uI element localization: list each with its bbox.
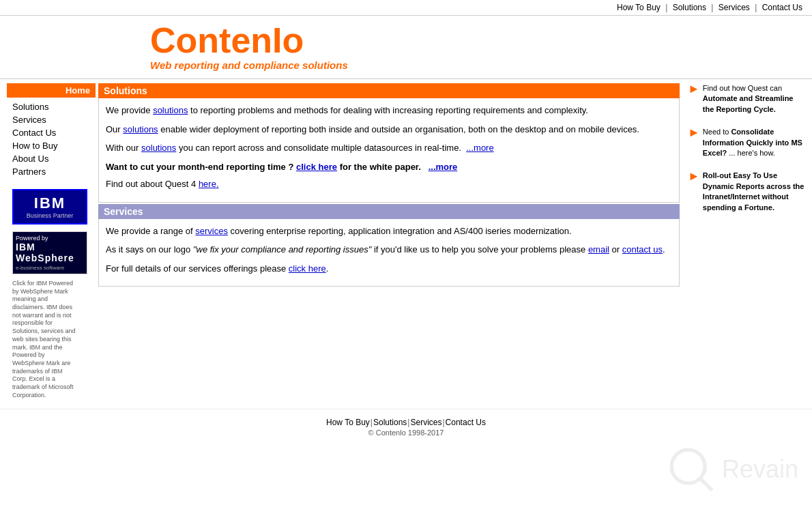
nav-solutions[interactable]: Solutions — [673, 3, 706, 12]
contact-us-link[interactable]: contact us — [622, 244, 663, 255]
right-item-3: ► Roll-out Easy To Use Dynamic Reports a… — [688, 171, 805, 213]
footer-contact-us[interactable]: Contact Us — [446, 418, 486, 427]
solutions-heading: Solutions — [98, 83, 680, 98]
websphere-badge[interactable]: Powered by IBM WebSphere e-business soft… — [12, 231, 87, 274]
ibm-logo-text: IBM — [18, 194, 82, 212]
find-quest-text: Find out about Quest 4 — [106, 179, 196, 189]
right-arrow-icon-2: ► — [688, 126, 700, 140]
footer-copyright: © Contenlo 1998-2017 — [0, 429, 812, 437]
sidebar-item-partners[interactable]: Partners — [7, 165, 96, 178]
email-link[interactable]: email — [588, 244, 609, 255]
services-para2: As it says on our logo "we fix your comp… — [106, 243, 672, 257]
services-click-here-link[interactable]: click here — [289, 263, 326, 274]
solutions-link-2[interactable]: solutions — [123, 124, 158, 134]
main-layout: Home Solutions Services Contact Us How t… — [0, 83, 812, 402]
footer-solutions[interactable]: Solutions — [373, 418, 407, 427]
right-arrow-icon-3: ► — [688, 169, 700, 184]
site-logo: ContenIo — [150, 23, 792, 58]
footer-how-to-buy[interactable]: How To Buy — [326, 418, 370, 427]
services-para3: For full details of our services offerin… — [106, 262, 672, 276]
services-content: We provide a range of services covering … — [98, 219, 680, 287]
solutions-para2: Our solutions enable wider deployment of… — [106, 123, 672, 136]
sidebar-item-solutions[interactable]: Solutions — [7, 100, 96, 113]
sidebar-item-contact-us[interactable]: Contact Us — [7, 126, 96, 139]
sidebar-item-services[interactable]: Services — [7, 113, 96, 126]
ibm-websphere-text: IBM WebSphere — [16, 242, 84, 263]
solutions-para3: With our solutions you can report across… — [106, 141, 672, 155]
powered-by-text: Powered by — [16, 235, 84, 242]
site-header: ContenIo Web reporting and compliance so… — [0, 16, 812, 74]
solutions-more-link[interactable]: ...more — [466, 143, 493, 153]
ibm-disclaimer-text: Click for IBM Powered by WebSphere Mark … — [7, 277, 82, 402]
quest-here-link[interactable]: here. — [199, 179, 219, 189]
right-item-1: ► Find out how Quest can Automate and St… — [688, 83, 805, 115]
ibm-partner-text: Business Partner — [18, 212, 82, 219]
nav-contact-us[interactable]: Contact Us — [762, 3, 802, 12]
right-arrow-icon-1: ► — [688, 82, 700, 96]
click-here-link[interactable]: click here — [296, 162, 337, 172]
white-paper-text: for the white paper. — [340, 162, 421, 172]
quest-line: Find out about Quest 4 here. — [106, 177, 672, 191]
solutions-link-3[interactable]: solutions — [141, 143, 176, 153]
sidebar: Home Solutions Services Contact Us How t… — [7, 83, 96, 402]
sidebar-home-label: Home — [7, 83, 96, 98]
site-tagline: Web reporting and compliance solutions — [150, 59, 792, 71]
want-cut-text: Want to cut your month-end reporting tim… — [106, 162, 293, 172]
ibm-partner-badge[interactable]: IBM Business Partner — [12, 189, 87, 224]
content-area: Solutions We provide solutions to report… — [96, 83, 682, 288]
nav-how-to-buy[interactable]: How To Buy — [617, 3, 661, 12]
right-item-2: ► Need to Consolidate Information Quickl… — [688, 127, 805, 158]
sidebar-nav: Solutions Services Contact Us How to Buy… — [7, 100, 96, 178]
services-para1: We provide a range of services covering … — [106, 224, 672, 238]
right-sidebar: ► Find out how Quest can Automate and St… — [682, 83, 805, 225]
services-link[interactable]: services — [195, 226, 228, 236]
sidebar-item-how-to-buy[interactable]: How to Buy — [7, 139, 96, 152]
ebiz-text: e-business software — [16, 265, 84, 271]
nav-sep-2: | — [711, 3, 713, 12]
right-item-text-1: Find out how Quest can Automate and Stre… — [703, 83, 805, 115]
nav-sep-1: | — [665, 3, 667, 12]
right-item-text-2: Need to Consolidate Information Quickly … — [703, 127, 805, 158]
white-paper-more-link[interactable]: ...more — [429, 162, 458, 172]
nav-services[interactable]: Services — [719, 3, 750, 12]
footer-services[interactable]: Services — [410, 418, 441, 427]
sidebar-item-about-us[interactable]: About Us — [7, 152, 96, 165]
solutions-content: We provide solutions to reporting proble… — [98, 98, 680, 203]
right-item-text-3: Roll-out Easy To Use Dynamic Reports acr… — [703, 171, 805, 213]
top-navigation: How To Buy | Solutions | Services | Cont… — [0, 0, 812, 16]
services-heading: Services — [98, 204, 680, 219]
solutions-para1: We provide solutions to reporting proble… — [106, 104, 672, 117]
solutions-bold-line: Want to cut your month-end reporting tim… — [106, 160, 672, 174]
footer-links: How To Buy|Solutions|Services|Contact Us — [0, 418, 812, 427]
page-footer: How To Buy|Solutions|Services|Contact Us… — [0, 409, 812, 441]
logo-quote: "we fix your compliance and reporting is… — [193, 244, 371, 255]
nav-sep-3: | — [755, 3, 757, 12]
header-divider — [0, 78, 812, 79]
solutions-link-1[interactable]: solutions — [153, 105, 188, 115]
